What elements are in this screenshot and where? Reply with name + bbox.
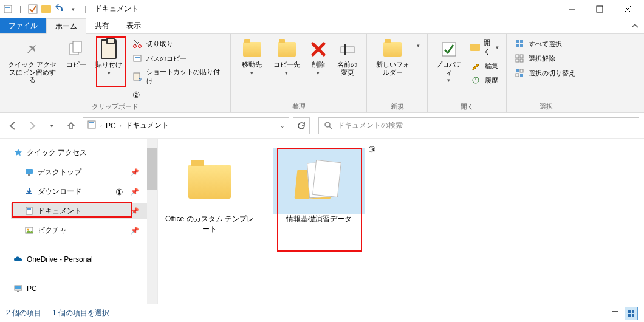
svg-rect-26 bbox=[516, 44, 519, 47]
status-selected-count: 1 個の項目を選択 bbox=[52, 308, 109, 318]
minimize-button[interactable] bbox=[558, 1, 586, 18]
svg-point-12 bbox=[139, 45, 142, 48]
new-item-dropdown[interactable]: ▾ bbox=[417, 43, 420, 49]
invert-label: 選択の切り替え bbox=[529, 69, 575, 78]
svg-point-38 bbox=[325, 122, 330, 127]
divider: | bbox=[19, 5, 21, 13]
svg-rect-31 bbox=[520, 59, 523, 62]
back-button[interactable] bbox=[5, 118, 21, 134]
sidebar-item-pictures[interactable]: ピクチャ 📌 bbox=[11, 222, 155, 238]
app-icon bbox=[2, 4, 13, 15]
history-button[interactable]: 履歴 bbox=[469, 74, 500, 86]
maximize-button[interactable] bbox=[586, 1, 614, 18]
svg-rect-29 bbox=[520, 55, 523, 58]
tab-home[interactable]: ホーム bbox=[46, 18, 86, 34]
svg-rect-52 bbox=[628, 310, 631, 313]
rename-button[interactable]: 名前の変更 bbox=[335, 38, 360, 77]
copypath-button[interactable]: パスのコピー bbox=[131, 52, 224, 64]
checkbox-icon[interactable] bbox=[27, 4, 38, 15]
search-box[interactable]: ドキュメントの検索 bbox=[318, 117, 639, 134]
svg-rect-16 bbox=[135, 57, 140, 58]
delete-icon bbox=[308, 39, 329, 60]
sidebar-item-onedrive[interactable]: OneDrive - Personal bbox=[11, 252, 155, 267]
view-details-button[interactable] bbox=[609, 307, 622, 320]
svg-rect-54 bbox=[628, 314, 631, 317]
selectnone-icon bbox=[514, 53, 525, 64]
svg-rect-49 bbox=[612, 311, 618, 312]
ribbon-collapse-button[interactable] bbox=[626, 18, 644, 33]
pasteshortcut-button[interactable]: ショートカットの貼り付け bbox=[131, 67, 224, 86]
svg-rect-32 bbox=[516, 69, 519, 72]
svg-rect-1 bbox=[5, 7, 10, 8]
svg-rect-17 bbox=[134, 73, 140, 80]
breadcrumb-pc[interactable]: PC bbox=[106, 122, 116, 130]
svg-rect-15 bbox=[134, 55, 141, 61]
svg-rect-40 bbox=[26, 169, 33, 174]
breadcrumb-documents[interactable]: ドキュメント bbox=[125, 120, 169, 131]
svg-rect-6 bbox=[597, 6, 603, 12]
chevron-right-icon[interactable]: › bbox=[120, 123, 122, 129]
forward-button[interactable] bbox=[24, 118, 40, 134]
pin-icon: 📌 bbox=[131, 168, 139, 176]
group-label-open: 開く bbox=[434, 101, 500, 111]
selectall-button[interactable]: すべて選択 bbox=[513, 38, 577, 50]
sidebar-item-downloads[interactable]: ダウンロード 📌 bbox=[11, 183, 155, 199]
refresh-button[interactable] bbox=[293, 117, 310, 134]
moveto-button[interactable]: 移動先 ▾ bbox=[237, 38, 267, 77]
edit-button[interactable]: 編集 bbox=[469, 60, 500, 72]
view-icons-button[interactable] bbox=[625, 307, 638, 320]
recent-dropdown[interactable]: ▾ bbox=[44, 118, 60, 134]
annotation-box-1 bbox=[12, 202, 132, 218]
tab-view[interactable]: 表示 bbox=[118, 18, 149, 33]
properties-button[interactable]: プロパティ ▾ bbox=[434, 38, 464, 85]
sidebar-item-quickaccess[interactable]: クイック アクセス bbox=[11, 145, 155, 160]
svg-rect-51 bbox=[612, 315, 618, 315]
svg-rect-53 bbox=[632, 310, 634, 313]
copy-button[interactable]: コピー bbox=[64, 38, 89, 70]
chevron-right-icon[interactable]: › bbox=[100, 123, 102, 129]
svg-rect-48 bbox=[17, 291, 19, 292]
pin-label: クイック アクセスにピン留めする bbox=[7, 61, 58, 84]
cut-button[interactable]: 切り取り bbox=[131, 38, 224, 50]
newfolder-button[interactable]: 新しいフォルダー bbox=[373, 38, 412, 77]
sidebar-item-desktop[interactable]: デスクトップ 📌 bbox=[11, 164, 155, 180]
invert-button[interactable]: 選択の切り替え bbox=[513, 67, 577, 79]
sidebar-item-pc[interactable]: PC bbox=[11, 281, 155, 296]
copyto-button[interactable]: コピー先 ▾ bbox=[272, 38, 301, 77]
qat-dropdown[interactable]: ▾ bbox=[67, 4, 78, 15]
sidebar-label: ピクチャ bbox=[38, 225, 67, 236]
chevron-down-icon: ▾ bbox=[250, 70, 253, 76]
open-icon bbox=[470, 42, 480, 53]
desktop-icon bbox=[24, 167, 34, 177]
annotation-box-2 bbox=[96, 36, 126, 87]
tab-share[interactable]: 共有 bbox=[86, 18, 118, 33]
file-item-office-templates[interactable]: Office のカスタム テンプレート bbox=[164, 148, 255, 235]
edit-label: 編集 bbox=[485, 61, 498, 70]
svg-line-39 bbox=[329, 126, 332, 129]
file-item-exercise-data[interactable]: 情報基礎演習データ bbox=[273, 148, 365, 224]
selectnone-button[interactable]: 選択解除 bbox=[513, 52, 577, 64]
rename-label: 名前の変更 bbox=[336, 61, 359, 76]
up-button[interactable] bbox=[63, 118, 79, 134]
pin-quickaccess-button[interactable]: クイック アクセスにピン留めする bbox=[6, 38, 59, 85]
svg-rect-2 bbox=[5, 9, 10, 9]
pictures-icon bbox=[24, 225, 34, 235]
moveto-icon bbox=[242, 39, 262, 60]
tab-file[interactable]: ファイル bbox=[0, 18, 46, 33]
chevron-down-icon[interactable]: ⌄ bbox=[280, 123, 285, 129]
selectnone-label: 選択解除 bbox=[529, 54, 555, 63]
delete-button[interactable]: 削除 ▾ bbox=[306, 38, 330, 77]
sidebar-label: PC bbox=[27, 284, 37, 293]
svg-rect-47 bbox=[15, 286, 21, 289]
file-label: Office のカスタム テンプレート bbox=[164, 214, 255, 235]
svg-point-11 bbox=[134, 45, 137, 48]
undo-icon[interactable] bbox=[54, 4, 65, 15]
annotation-number-2: ② bbox=[132, 90, 140, 100]
scrollbar-thumb[interactable] bbox=[147, 148, 157, 190]
svg-rect-10 bbox=[73, 41, 81, 52]
close-button[interactable] bbox=[614, 1, 642, 18]
open-button[interactable]: 開く▾ bbox=[469, 38, 500, 57]
svg-rect-55 bbox=[632, 314, 634, 317]
address-bar[interactable]: › PC › ドキュメント ⌄ bbox=[83, 117, 289, 134]
svg-rect-35 bbox=[520, 74, 523, 77]
